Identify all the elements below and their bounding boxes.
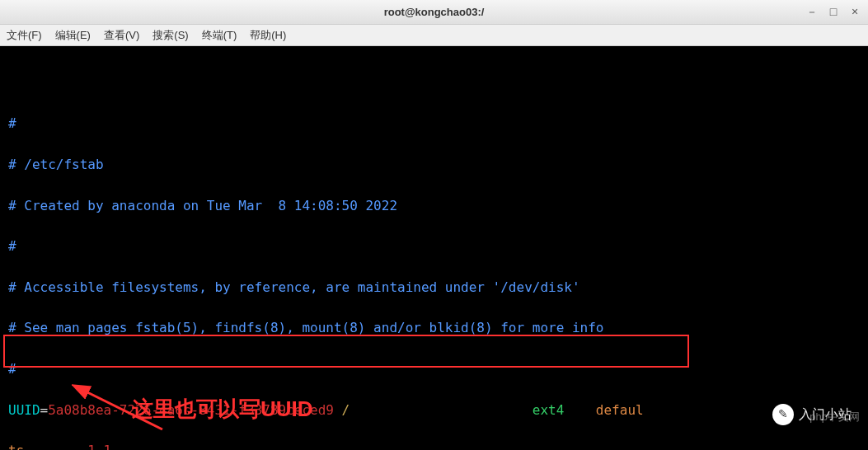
menu-edit[interactable]: 编辑(E) — [55, 28, 91, 43]
menu-help[interactable]: 帮助(H) — [250, 28, 286, 43]
window-title: root@kongchao03:/ — [384, 6, 485, 18]
comment-line: # See man pages fstab(5), findfs(8), mou… — [8, 318, 860, 339]
comment-line: # /etc/fstab — [8, 155, 860, 176]
menubar: 文件(F) 编辑(E) 查看(V) 搜索(S) 终端(T) 帮助(H) — [0, 25, 868, 46]
comment-line: # — [8, 359, 860, 380]
menu-file[interactable]: 文件(F) — [7, 28, 42, 43]
comment-line: # — [8, 237, 860, 257]
maximize-button[interactable]: □ — [827, 5, 840, 20]
menu-view[interactable]: 查看(V) — [104, 28, 139, 43]
terminal-area[interactable]: # # /etc/fstab # Created by anaconda on … — [0, 46, 868, 450]
comment-line: # Accessible filesystems, by reference, … — [8, 278, 860, 298]
menu-terminal[interactable]: 终端(T) — [202, 28, 237, 43]
watermark-icon: ✎ — [772, 404, 794, 425]
fstab-entry-root: UUID=5a08b8ea-7226-4a6c-8431-f33789ceced… — [8, 401, 860, 421]
close-button[interactable]: × — [848, 5, 861, 20]
window-titlebar: root@kongchao03:/ － □ × — [0, 0, 868, 25]
minimize-button[interactable]: － — [805, 5, 819, 20]
fstab-entry-root-wrap: ts 1 1 — [8, 441, 860, 450]
window-controls: － □ × — [805, 5, 861, 20]
menu-search[interactable]: 搜索(S) — [152, 28, 188, 43]
comment-line: # Created by anaconda on Tue Mar 8 14:08… — [8, 196, 860, 217]
comment-line: # — [8, 114, 860, 134]
watermark-sub: php中文网 — [798, 392, 860, 442]
